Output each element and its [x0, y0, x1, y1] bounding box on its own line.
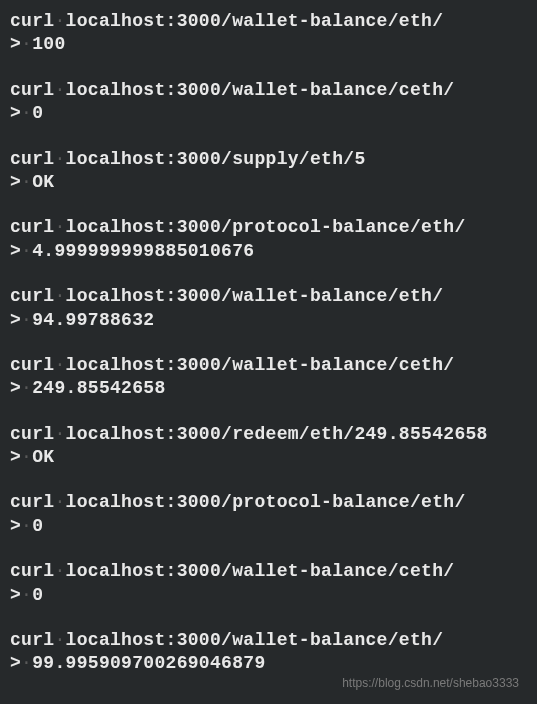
output-line: >·94.99788632	[10, 309, 527, 332]
output-line: >·4.999999999885010676	[10, 240, 527, 263]
command-line: curl·localhost:3000/redeem/eth/249.85542…	[10, 423, 527, 446]
terminal-entry: curl·localhost:3000/redeem/eth/249.85542…	[10, 423, 527, 470]
command-line: curl·localhost:3000/wallet-balance/ceth/	[10, 560, 527, 583]
terminal-entry: curl·localhost:3000/wallet-balance/ceth/…	[10, 354, 527, 401]
output-line: >·0	[10, 584, 527, 607]
command-line: curl·localhost:3000/wallet-balance/ceth/	[10, 79, 527, 102]
terminal-entry: curl·localhost:3000/wallet-balance/eth/>…	[10, 629, 527, 676]
output-line: >·249.85542658	[10, 377, 527, 400]
terminal-entry: curl·localhost:3000/protocol-balance/eth…	[10, 491, 527, 538]
command-line: curl·localhost:3000/supply/eth/5	[10, 148, 527, 171]
command-line: curl·localhost:3000/wallet-balance/eth/	[10, 10, 527, 33]
terminal-entry: curl·localhost:3000/wallet-balance/eth/>…	[10, 285, 527, 332]
output-line: >·99.995909700269046879	[10, 652, 527, 675]
terminal-entry: curl·localhost:3000/wallet-balance/ceth/…	[10, 79, 527, 126]
output-line: >·OK	[10, 446, 527, 469]
terminal-entry: curl·localhost:3000/wallet-balance/eth/>…	[10, 10, 527, 57]
output-line: >·0	[10, 102, 527, 125]
terminal-entry: curl·localhost:3000/supply/eth/5>·OK	[10, 148, 527, 195]
output-line: >·0	[10, 515, 527, 538]
terminal-output: curl·localhost:3000/wallet-balance/eth/>…	[10, 10, 527, 676]
output-line: >·100	[10, 33, 527, 56]
terminal-entry: curl·localhost:3000/protocol-balance/eth…	[10, 216, 527, 263]
terminal-entry: curl·localhost:3000/wallet-balance/ceth/…	[10, 560, 527, 607]
command-line: curl·localhost:3000/wallet-balance/eth/	[10, 285, 527, 308]
watermark-text: https://blog.csdn.net/shebao3333	[342, 676, 519, 690]
command-line: curl·localhost:3000/wallet-balance/ceth/	[10, 354, 527, 377]
command-line: curl·localhost:3000/protocol-balance/eth…	[10, 491, 527, 514]
output-line: >·OK	[10, 171, 527, 194]
command-line: curl·localhost:3000/wallet-balance/eth/	[10, 629, 527, 652]
command-line: curl·localhost:3000/protocol-balance/eth…	[10, 216, 527, 239]
